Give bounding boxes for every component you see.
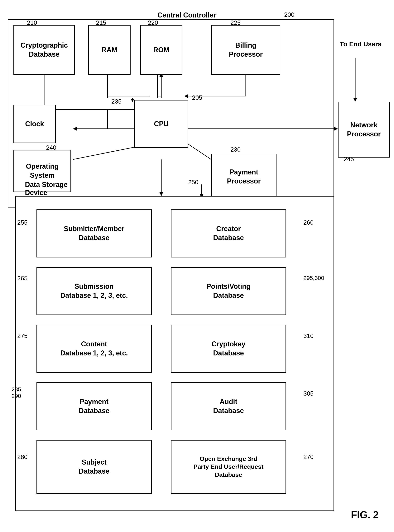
billing-processor-ref: 225 <box>230 19 241 26</box>
payment-db-label: PaymentDatabase <box>79 397 109 415</box>
subject-db-box: SubjectDatabase <box>36 440 152 494</box>
points-db-label: Points/VotingDatabase <box>206 282 250 300</box>
svg-marker-21 <box>353 98 357 102</box>
ram-label: RAM <box>102 46 117 55</box>
audit-db-label: AuditDatabase <box>213 397 244 415</box>
cryptokey-db-box: CryptokeyDatabase <box>171 325 286 373</box>
data-storage-label: Data StorageDevice <box>25 181 67 197</box>
rom-box: ROM <box>140 25 182 75</box>
network-processor-box: NetworkProcessor <box>338 102 390 158</box>
os-label: OperatingSystem <box>26 162 59 180</box>
subject-db-label: SubjectDatabase <box>79 458 109 476</box>
submitter-ref: 255 <box>17 219 27 226</box>
submitter-db-box: Submitter/MemberDatabase <box>36 209 152 258</box>
creator-db-box: CreatorDatabase <box>171 209 286 258</box>
creator-ref: 260 <box>303 219 314 226</box>
cpu-ref: 205 <box>192 94 202 101</box>
submission-ref: 265 <box>17 275 27 282</box>
content-db-box: ContentDatabase 1, 2, 3, etc. <box>36 325 152 373</box>
network-processor-label: NetworkProcessor <box>347 121 381 139</box>
payment-processor-ref: 230 <box>230 146 241 153</box>
rom-label: ROM <box>153 46 169 55</box>
clock-box: Clock <box>13 105 56 143</box>
audit-db-box: AuditDatabase <box>171 382 286 430</box>
open-exchange-db-label: Open Exchange 3rdParty End User/RequestD… <box>194 455 264 479</box>
ram-ref: 215 <box>96 19 106 26</box>
cryptographic-db-box: CryptographicDatabase <box>13 25 75 75</box>
ram-box: RAM <box>88 25 130 75</box>
open-exchange-db-box: Open Exchange 3rdParty End User/RequestD… <box>171 440 286 494</box>
payment-db-ref: 285,290 <box>11 386 23 399</box>
diagram: Central Controller 200 CryptographicData… <box>0 0 394 532</box>
subject-ref: 280 <box>17 453 27 461</box>
cryptographic-db-label: CryptographicDatabase <box>21 41 68 59</box>
rom-ref: 220 <box>148 19 158 26</box>
cryptokey-db-label: CryptokeyDatabase <box>212 340 245 358</box>
central-controller-label: Central Controller <box>157 11 216 19</box>
cpu-box: CPU <box>135 100 188 148</box>
content-ref: 275 <box>17 332 27 339</box>
points-ref: 295,300 <box>303 275 324 281</box>
to-end-users-label: To End Users <box>340 40 382 48</box>
content-db-label: ContentDatabase 1, 2, 3, etc. <box>60 340 128 358</box>
billing-processor-box: BillingProcessor <box>211 25 280 75</box>
creator-db-label: CreatorDatabase <box>213 224 244 242</box>
payment-processor-label: PaymentProcessor <box>227 168 261 186</box>
os-ref: 240 <box>46 144 56 151</box>
network-processor-ref: 245 <box>344 156 354 163</box>
payment-processor-box: PaymentProcessor <box>211 154 276 200</box>
cpu-label: CPU <box>154 120 169 129</box>
clock-ref: 235 <box>111 98 122 105</box>
central-controller-ref: 200 <box>284 11 294 18</box>
clock-label: Clock <box>25 120 44 129</box>
audit-ref: 305 <box>303 390 314 397</box>
open-exchange-ref: 270 <box>303 453 314 461</box>
fig-label: FIG. 2 <box>351 509 379 521</box>
cryptokey-ref: 310 <box>303 332 314 339</box>
svg-marker-19 <box>334 127 338 131</box>
data-storage-ref: 250 <box>188 179 198 186</box>
points-db-box: Points/VotingDatabase <box>171 267 286 315</box>
submission-db-label: SubmissionDatabase 1, 2, 3, etc. <box>60 282 128 300</box>
submission-db-box: SubmissionDatabase 1, 2, 3, etc. <box>36 267 152 315</box>
billing-processor-label: BillingProcessor <box>229 41 263 59</box>
cryptographic-db-ref: 210 <box>27 19 37 26</box>
submitter-db-label: Submitter/MemberDatabase <box>64 224 124 242</box>
payment-db-box: PaymentDatabase <box>36 382 152 430</box>
